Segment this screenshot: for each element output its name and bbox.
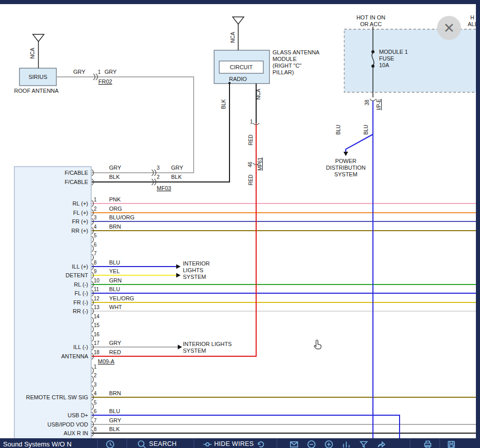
- hide-wires-button[interactable]: HIDE WIRES: [214, 440, 254, 447]
- system-label: INTERIOR LIGHTS: [183, 341, 232, 347]
- wire-blu-branch: [346, 134, 373, 152]
- pin-label: DETENT: [66, 272, 88, 278]
- share-icon[interactable]: [377, 440, 386, 448]
- wire-color-code: BLK: [221, 99, 226, 109]
- nca-label: NCA: [256, 89, 261, 99]
- pin-number: 2: [94, 206, 97, 212]
- printer-icon[interactable]: [423, 440, 432, 448]
- pin-number: 13: [94, 304, 100, 310]
- pin-number: 9: [94, 269, 97, 274]
- search-icon[interactable]: [137, 440, 147, 448]
- connector-name: FR02: [98, 78, 112, 85]
- funnel-icon[interactable]: [359, 440, 368, 448]
- circuit-label: CIRCUIT: [230, 64, 253, 70]
- envelope-icon[interactable]: [289, 440, 299, 448]
- wire-color-code: GRY: [109, 165, 121, 171]
- toolbar-separator: [410, 439, 410, 448]
- power-dist-label: DISTRIBUTION: [326, 165, 366, 171]
- wire-color-code: GRY: [109, 417, 121, 423]
- fuse-label: FUSE: [379, 55, 394, 62]
- connector-name: MF03: [157, 185, 171, 191]
- pin-number: 6: [94, 409, 97, 414]
- fuse-label: 10A: [379, 62, 389, 68]
- system-label: SYSTEM: [183, 274, 206, 280]
- pin-number: 46: [247, 161, 253, 168]
- wire-color-code: BLK: [109, 174, 120, 180]
- nca-label: NCA: [230, 32, 236, 43]
- undo-icon[interactable]: [256, 440, 265, 448]
- pin-arc: [92, 368, 93, 374]
- wire-color-code: BLU/ORG: [109, 214, 135, 220]
- arrow-power-dist: [344, 152, 348, 156]
- save-icon[interactable]: [447, 440, 456, 448]
- chart-icon[interactable]: [342, 440, 351, 448]
- pin-arc: [92, 317, 93, 323]
- module-caption: MODULE: [273, 56, 297, 62]
- pin-number: 18: [94, 350, 100, 355]
- screenshot-root: NCA SIRIUS ROOF ANTENNA GRY 1 GRY FR02 F…: [0, 0, 480, 448]
- module-caption: GLASS ANTENNA: [273, 49, 320, 55]
- wire-color-code: WHT: [109, 304, 122, 310]
- module-caption: (RIGHT "C": [273, 63, 302, 69]
- pin-number: 5: [94, 233, 97, 238]
- wire-color-code: RED: [248, 174, 254, 185]
- pin-arc: [92, 254, 93, 260]
- arrow-interior-lights-1: [176, 264, 181, 269]
- pin-label: USB/IPOD VOD: [48, 421, 89, 427]
- toolbar-title[interactable]: Sound Systems W/O N: [3, 440, 72, 448]
- wire-color-code: YEL: [109, 268, 120, 274]
- pin-number: 2: [94, 373, 97, 378]
- pin-arc: [92, 403, 93, 410]
- wire-color-code: BLK: [171, 174, 182, 180]
- pin-label: RR (-): [73, 308, 88, 314]
- wire-color-code: GRY: [105, 69, 117, 75]
- pin-number: 1: [94, 197, 97, 202]
- connector-name: MF61: [257, 157, 263, 171]
- toolbar-separator: [440, 439, 440, 448]
- wire-color-code: GRY: [73, 69, 86, 75]
- arrow-interior-lights-3: [178, 345, 182, 350]
- system-label: SYSTEM: [183, 348, 206, 354]
- fuse-block-box: [344, 29, 480, 92]
- connector-name: M09-A: [98, 358, 115, 364]
- wire-color-code: GRY: [109, 340, 121, 346]
- wire-color-code: ORG: [109, 206, 122, 212]
- wire-color-code: BLU: [336, 125, 341, 134]
- pin-arc: [92, 236, 93, 242]
- pin-number: 3: [157, 165, 160, 171]
- junction-dot: [228, 82, 231, 84]
- pin-label: F/CABLE: [65, 179, 88, 185]
- zoom-out-icon[interactable]: [307, 440, 316, 448]
- pin-number: 17: [94, 340, 100, 346]
- search-button[interactable]: SEARCH: [149, 440, 177, 447]
- pin-number: 7: [94, 251, 97, 256]
- close-icon: ✕: [443, 20, 455, 36]
- pin-label: ANTENNA: [61, 353, 88, 359]
- pin-number: 11: [94, 287, 99, 292]
- pin-number: 1: [94, 364, 97, 370]
- zoom-in-icon[interactable]: [324, 440, 333, 448]
- pin-label: FL (-): [75, 290, 88, 296]
- arrow-interior-lights-2: [176, 273, 181, 278]
- wire-color-code: RED: [248, 134, 254, 145]
- wire-color-code: YEL/ORG: [109, 295, 134, 301]
- pin-number: 14: [94, 314, 100, 319]
- toolbar-separator: [194, 439, 194, 448]
- close-button[interactable]: ✕: [437, 16, 461, 40]
- system-label: INTERIOR: [183, 260, 210, 267]
- pin-label: ILL (-): [73, 344, 88, 350]
- radio-unit-connector-box: [14, 167, 91, 448]
- top-bar: [0, 0, 480, 4]
- pin-arc: [92, 335, 93, 341]
- roof-antenna-caption: ROOF ANTENNA: [14, 88, 59, 94]
- pin-label: REMOTE CTRL SW SIG: [26, 394, 88, 400]
- wire-color-code: GRN: [109, 277, 122, 283]
- hide-wires-icon[interactable]: [203, 440, 212, 448]
- pin-label: USB D+: [68, 412, 88, 418]
- clock-icon[interactable]: [106, 440, 115, 448]
- sirius-label: SIRIUS: [29, 74, 48, 80]
- pin-number: 8: [94, 426, 97, 432]
- right-scrollbar[interactable]: [476, 0, 480, 448]
- bottom-toolbar: Sound Systems W/O N SEARCH HIDE WIRES: [0, 438, 476, 448]
- pin-number: 3: [94, 382, 97, 388]
